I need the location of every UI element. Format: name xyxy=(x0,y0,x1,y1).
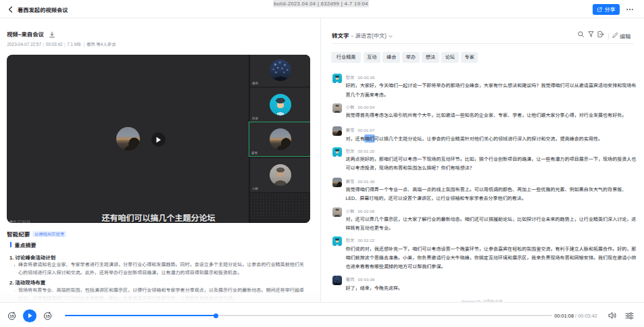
svg-text:15: 15 xyxy=(45,314,50,318)
svg-text:15: 15 xyxy=(9,314,14,318)
